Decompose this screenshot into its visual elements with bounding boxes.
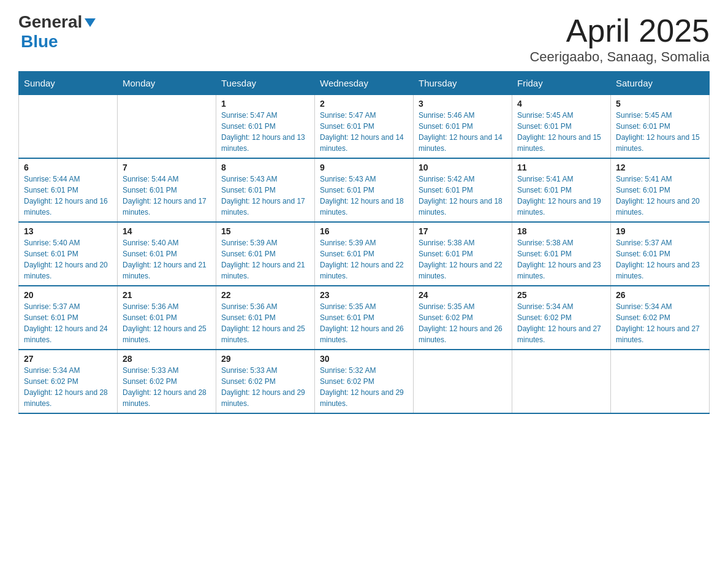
day-number: 22	[221, 290, 309, 300]
calendar-header-thursday: Thursday	[414, 72, 512, 95]
sun-info: Sunrise: 5:34 AMSunset: 6:02 PMDaylight:…	[517, 301, 605, 345]
calendar-day-cell	[19, 95, 118, 159]
sun-info: Sunrise: 5:44 AMSunset: 6:01 PMDaylight:…	[123, 174, 211, 218]
day-number: 28	[123, 354, 211, 364]
sun-info: Sunrise: 5:33 AMSunset: 6:02 PMDaylight:…	[123, 365, 211, 409]
calendar-week-row: 13Sunrise: 5:40 AMSunset: 6:01 PMDayligh…	[19, 222, 710, 286]
day-number: 29	[221, 354, 309, 364]
day-number: 16	[320, 226, 408, 236]
sun-info: Sunrise: 5:36 AMSunset: 6:01 PMDaylight:…	[123, 301, 211, 345]
calendar-header-monday: Monday	[118, 72, 216, 95]
calendar-day-cell: 10Sunrise: 5:42 AMSunset: 6:01 PMDayligh…	[414, 158, 512, 222]
day-number: 9	[320, 163, 408, 172]
calendar-day-cell: 13Sunrise: 5:40 AMSunset: 6:01 PMDayligh…	[19, 222, 118, 286]
sun-info: Sunrise: 5:44 AMSunset: 6:01 PMDaylight:…	[24, 174, 112, 218]
calendar-day-cell: 11Sunrise: 5:41 AMSunset: 6:01 PMDayligh…	[512, 158, 611, 222]
sun-info: Sunrise: 5:41 AMSunset: 6:01 PMDaylight:…	[517, 174, 605, 218]
calendar-day-cell: 14Sunrise: 5:40 AMSunset: 6:01 PMDayligh…	[118, 222, 216, 286]
sun-info: Sunrise: 5:37 AMSunset: 6:01 PMDaylight:…	[616, 237, 704, 282]
day-number: 19	[616, 226, 704, 236]
sun-info: Sunrise: 5:43 AMSunset: 6:01 PMDaylight:…	[221, 174, 309, 218]
calendar-day-cell: 17Sunrise: 5:38 AMSunset: 6:01 PMDayligh…	[414, 222, 512, 286]
day-number: 7	[123, 163, 211, 172]
calendar-day-cell: 16Sunrise: 5:39 AMSunset: 6:01 PMDayligh…	[315, 222, 414, 286]
calendar-day-cell: 26Sunrise: 5:34 AMSunset: 6:02 PMDayligh…	[611, 286, 710, 350]
day-number: 24	[419, 290, 507, 300]
day-number: 21	[123, 290, 211, 300]
calendar-day-cell: 23Sunrise: 5:35 AMSunset: 6:01 PMDayligh…	[315, 286, 414, 350]
logo-blue-text: Blue	[21, 32, 58, 51]
sun-info: Sunrise: 5:43 AMSunset: 6:01 PMDaylight:…	[320, 174, 408, 218]
day-number: 11	[517, 163, 605, 172]
sun-info: Sunrise: 5:39 AMSunset: 6:01 PMDaylight:…	[221, 237, 309, 282]
page-subtitle: Ceerigaabo, Sanaag, Somalia	[529, 49, 710, 65]
calendar-day-cell	[414, 350, 512, 413]
calendar-day-cell: 7Sunrise: 5:44 AMSunset: 6:01 PMDaylight…	[118, 158, 216, 222]
calendar-day-cell: 5Sunrise: 5:45 AMSunset: 6:01 PMDaylight…	[611, 95, 710, 159]
day-number: 20	[24, 290, 112, 300]
day-number: 1	[221, 99, 309, 109]
calendar-day-cell	[512, 350, 611, 413]
calendar-day-cell: 22Sunrise: 5:36 AMSunset: 6:01 PMDayligh…	[216, 286, 315, 350]
calendar-day-cell: 27Sunrise: 5:34 AMSunset: 6:02 PMDayligh…	[19, 350, 118, 413]
sun-info: Sunrise: 5:47 AMSunset: 6:01 PMDaylight:…	[320, 110, 408, 154]
sun-info: Sunrise: 5:37 AMSunset: 6:01 PMDaylight:…	[24, 301, 112, 345]
sun-info: Sunrise: 5:35 AMSunset: 6:02 PMDaylight:…	[419, 301, 507, 345]
calendar-day-cell: 2Sunrise: 5:47 AMSunset: 6:01 PMDaylight…	[315, 95, 414, 159]
sun-info: Sunrise: 5:40 AMSunset: 6:01 PMDaylight:…	[24, 237, 112, 282]
sun-info: Sunrise: 5:33 AMSunset: 6:02 PMDaylight:…	[221, 365, 309, 409]
calendar-week-row: 6Sunrise: 5:44 AMSunset: 6:01 PMDaylight…	[19, 158, 710, 222]
calendar-day-cell: 25Sunrise: 5:34 AMSunset: 6:02 PMDayligh…	[512, 286, 611, 350]
logo-triangle-icon	[83, 16, 97, 29]
sun-info: Sunrise: 5:34 AMSunset: 6:02 PMDaylight:…	[24, 365, 112, 409]
sun-info: Sunrise: 5:35 AMSunset: 6:01 PMDaylight:…	[320, 301, 408, 345]
calendar-header-wednesday: Wednesday	[315, 72, 414, 95]
calendar-day-cell: 30Sunrise: 5:32 AMSunset: 6:02 PMDayligh…	[315, 350, 414, 413]
calendar-week-row: 1Sunrise: 5:47 AMSunset: 6:01 PMDaylight…	[19, 95, 710, 159]
day-number: 25	[517, 290, 605, 300]
calendar-day-cell	[611, 350, 710, 413]
svg-marker-0	[85, 18, 96, 27]
calendar-day-cell	[118, 95, 216, 159]
sun-info: Sunrise: 5:34 AMSunset: 6:02 PMDaylight:…	[616, 301, 704, 345]
sun-info: Sunrise: 5:38 AMSunset: 6:01 PMDaylight:…	[419, 237, 507, 282]
calendar-day-cell: 21Sunrise: 5:36 AMSunset: 6:01 PMDayligh…	[118, 286, 216, 350]
sun-info: Sunrise: 5:41 AMSunset: 6:01 PMDaylight:…	[616, 174, 704, 218]
calendar-header-tuesday: Tuesday	[216, 72, 315, 95]
calendar-table: SundayMondayTuesdayWednesdayThursdayFrid…	[18, 71, 710, 414]
day-number: 13	[24, 226, 112, 236]
calendar-day-cell: 28Sunrise: 5:33 AMSunset: 6:02 PMDayligh…	[118, 350, 216, 413]
calendar-day-cell: 29Sunrise: 5:33 AMSunset: 6:02 PMDayligh…	[216, 350, 315, 413]
sun-info: Sunrise: 5:36 AMSunset: 6:01 PMDaylight:…	[221, 301, 309, 345]
calendar-header-friday: Friday	[512, 72, 611, 95]
day-number: 6	[24, 163, 112, 172]
title-block: April 2025 Ceerigaabo, Sanaag, Somalia	[529, 12, 710, 65]
calendar-day-cell: 20Sunrise: 5:37 AMSunset: 6:01 PMDayligh…	[19, 286, 118, 350]
day-number: 4	[517, 99, 605, 109]
calendar-week-row: 27Sunrise: 5:34 AMSunset: 6:02 PMDayligh…	[19, 350, 710, 413]
calendar-day-cell: 4Sunrise: 5:45 AMSunset: 6:01 PMDaylight…	[512, 95, 611, 159]
calendar-day-cell: 8Sunrise: 5:43 AMSunset: 6:01 PMDaylight…	[216, 158, 315, 222]
calendar-day-cell: 12Sunrise: 5:41 AMSunset: 6:01 PMDayligh…	[611, 158, 710, 222]
day-number: 17	[419, 226, 507, 236]
calendar-week-row: 20Sunrise: 5:37 AMSunset: 6:01 PMDayligh…	[19, 286, 710, 350]
calendar-day-cell: 9Sunrise: 5:43 AMSunset: 6:01 PMDaylight…	[315, 158, 414, 222]
day-number: 5	[616, 99, 704, 109]
sun-info: Sunrise: 5:45 AMSunset: 6:01 PMDaylight:…	[517, 110, 605, 154]
calendar-day-cell: 24Sunrise: 5:35 AMSunset: 6:02 PMDayligh…	[414, 286, 512, 350]
day-number: 14	[123, 226, 211, 236]
calendar-day-cell: 15Sunrise: 5:39 AMSunset: 6:01 PMDayligh…	[216, 222, 315, 286]
calendar-header-row: SundayMondayTuesdayWednesdayThursdayFrid…	[19, 72, 710, 95]
day-number: 15	[221, 226, 309, 236]
day-number: 2	[320, 99, 408, 109]
day-number: 12	[616, 163, 704, 172]
calendar-day-cell: 18Sunrise: 5:38 AMSunset: 6:01 PMDayligh…	[512, 222, 611, 286]
sun-info: Sunrise: 5:42 AMSunset: 6:01 PMDaylight:…	[419, 174, 507, 218]
sun-info: Sunrise: 5:38 AMSunset: 6:01 PMDaylight:…	[517, 237, 605, 282]
logo-general-text: General	[18, 12, 82, 32]
calendar-header-saturday: Saturday	[611, 72, 710, 95]
calendar-day-cell: 6Sunrise: 5:44 AMSunset: 6:01 PMDaylight…	[19, 158, 118, 222]
day-number: 30	[320, 354, 408, 364]
sun-info: Sunrise: 5:45 AMSunset: 6:01 PMDaylight:…	[616, 110, 704, 154]
sun-info: Sunrise: 5:47 AMSunset: 6:01 PMDaylight:…	[221, 110, 309, 154]
